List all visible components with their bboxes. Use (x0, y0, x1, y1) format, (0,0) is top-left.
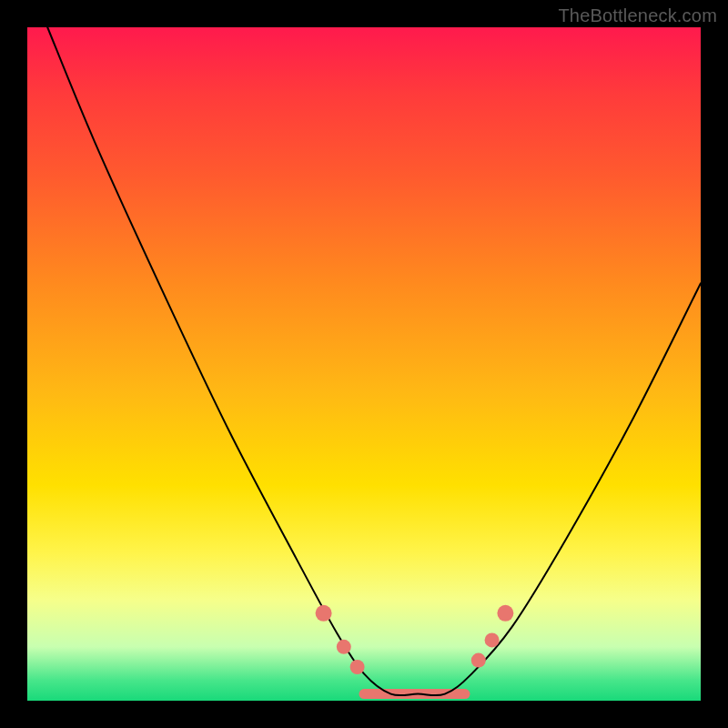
right-dot-3 (497, 605, 513, 622)
curve-group (47, 27, 701, 695)
left-dot-2 (337, 640, 351, 654)
marker-group (316, 605, 514, 674)
chart-svg (27, 27, 701, 701)
right-dot-2 (485, 632, 500, 647)
left-dot-1 (316, 605, 332, 622)
watermark-text: TheBottleneck.com (558, 5, 717, 26)
plot-area (27, 27, 701, 701)
right-dot-1 (471, 653, 486, 668)
chart-frame: TheBottleneck.com (0, 0, 728, 728)
left-dot-3 (350, 660, 365, 674)
bottleneck-curve (47, 27, 701, 695)
